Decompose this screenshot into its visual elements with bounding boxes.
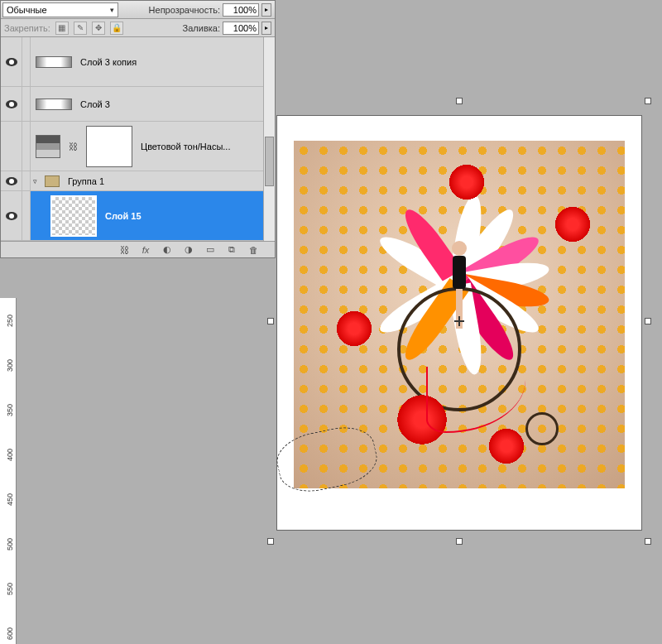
panel-scrollbar[interactable]: [263, 37, 275, 241]
layer-thumbnail[interactable]: [50, 195, 97, 237]
layer-thumbnail[interactable]: [36, 56, 72, 68]
layer-name[interactable]: Цветовой тон/Насы...: [137, 142, 275, 151]
ruler-tick: 400: [6, 449, 14, 461]
lock-pixels-icon[interactable]: ✎: [74, 22, 87, 35]
chevron-down-icon: ▾: [110, 6, 114, 14]
folder-icon: [45, 175, 60, 187]
blend-mode-value: Обычные: [7, 5, 47, 15]
fill-label: Заливка:: [183, 23, 220, 33]
fill-input[interactable]: 100%: [223, 22, 259, 35]
layer-row-selected[interactable]: Слой 15: [1, 191, 275, 241]
add-mask-icon[interactable]: ◐: [161, 244, 174, 256]
opacity-input[interactable]: 100%: [223, 3, 259, 17]
layers-panel: Обычные ▾ Непрозрачность: 100% ▸ Закрепи…: [0, 0, 276, 258]
transform-handle-ml[interactable]: [267, 318, 274, 324]
lock-transparency-icon[interactable]: ▦: [55, 22, 69, 35]
transform-handle-mr[interactable]: [645, 318, 651, 324]
layer-fx-icon[interactable]: fx: [139, 244, 152, 256]
opacity-stepper[interactable]: ▸: [261, 3, 271, 17]
link-layers-icon[interactable]: ⛓: [118, 244, 131, 256]
mask-link-icon[interactable]: ⛓: [69, 142, 78, 151]
transform-center-icon[interactable]: [454, 316, 464, 326]
ruler-tick: 350: [6, 404, 14, 416]
new-layer-icon[interactable]: ⧉: [225, 244, 238, 256]
layer-group-row[interactable]: ▿ Группа 1: [1, 171, 275, 191]
scrollbar-thumb[interactable]: [265, 137, 274, 186]
layer-row-adjustment[interactable]: ⛓ Цветовой тон/Насы...: [1, 122, 275, 171]
visibility-eye-icon[interactable]: [6, 212, 17, 220]
lock-label: Закрепить:: [4, 23, 50, 33]
ruler-tick: 600: [6, 627, 14, 640]
ruler-tick: 250: [6, 315, 14, 327]
opacity-label: Непрозрачность:: [149, 5, 220, 15]
fill-stepper[interactable]: ▸: [261, 22, 271, 35]
transform-handle-tr[interactable]: [645, 98, 651, 104]
ruler-tick: 300: [6, 359, 14, 372]
layer-name[interactable]: Слой 15: [102, 211, 275, 221]
layer-row[interactable]: Слой 3 копия: [1, 37, 275, 87]
layer-name[interactable]: Слой 3 копия: [77, 57, 275, 67]
layer-name[interactable]: Слой 3: [77, 99, 275, 109]
transform-handle-tm[interactable]: [456, 98, 463, 104]
delete-layer-icon[interactable]: 🗑: [247, 244, 260, 256]
visibility-eye-icon[interactable]: [6, 58, 17, 66]
new-adjustment-icon[interactable]: ◑: [182, 244, 195, 256]
new-group-icon[interactable]: ▭: [204, 244, 217, 256]
ruler-tick: 550: [6, 583, 14, 595]
visibility-eye-icon[interactable]: [6, 100, 17, 108]
blend-mode-select[interactable]: Обычные ▾: [2, 2, 118, 17]
layers-panel-footer: ⛓ fx ◐ ◑ ▭ ⧉ 🗑: [1, 241, 275, 257]
vertical-ruler: 250 300 350 400 450 500 550 600: [0, 298, 17, 644]
transform-handle-bl[interactable]: [267, 538, 274, 545]
layer-row[interactable]: Слой 3: [1, 87, 275, 122]
layers-list: Слой 3 копия Слой 3 ⛓ Цветовой тон/Насы.…: [1, 37, 275, 241]
layers-header-row1: Обычные ▾ Непрозрачность: 100% ▸: [1, 1, 275, 19]
adjustment-thumbnail[interactable]: [36, 135, 60, 158]
lock-position-icon[interactable]: ✥: [92, 22, 105, 35]
layers-header-row2: Закрепить: ▦ ✎ ✥ 🔒 Заливка: 100% ▸: [1, 19, 275, 37]
visibility-eye-icon[interactable]: [6, 177, 17, 185]
layer-mask-thumbnail[interactable]: [86, 126, 132, 167]
layer-name[interactable]: Группа 1: [65, 176, 275, 186]
lock-all-icon[interactable]: 🔒: [110, 22, 123, 35]
layer-thumbnail[interactable]: [36, 99, 72, 110]
transform-handle-bm[interactable]: [456, 538, 463, 545]
ruler-tick: 450: [6, 493, 14, 506]
transform-handle-br[interactable]: [645, 538, 651, 545]
group-disclosure-icon[interactable]: ▿: [31, 177, 40, 185]
ruler-tick: 500: [6, 538, 14, 550]
